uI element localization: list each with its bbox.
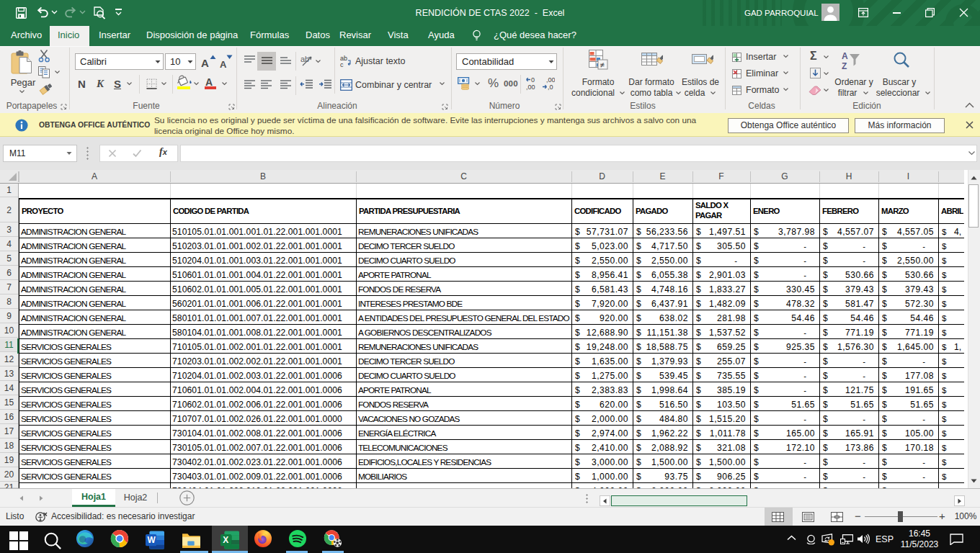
svg-text:0: 0 xyxy=(531,76,535,84)
svg-text:≠: ≠ xyxy=(600,60,605,69)
svg-text:ab: ab xyxy=(300,55,309,63)
svg-text:Z: Z xyxy=(842,61,847,71)
svg-text:,00: ,00 xyxy=(526,84,535,91)
svg-text:A: A xyxy=(842,51,848,61)
svg-text:c: c xyxy=(340,61,344,68)
svg-text:W: W xyxy=(147,535,156,545)
svg-text:,00: ,00 xyxy=(546,76,555,84)
svg-text:X: X xyxy=(223,535,228,545)
svg-text:,0: ,0 xyxy=(548,84,553,91)
